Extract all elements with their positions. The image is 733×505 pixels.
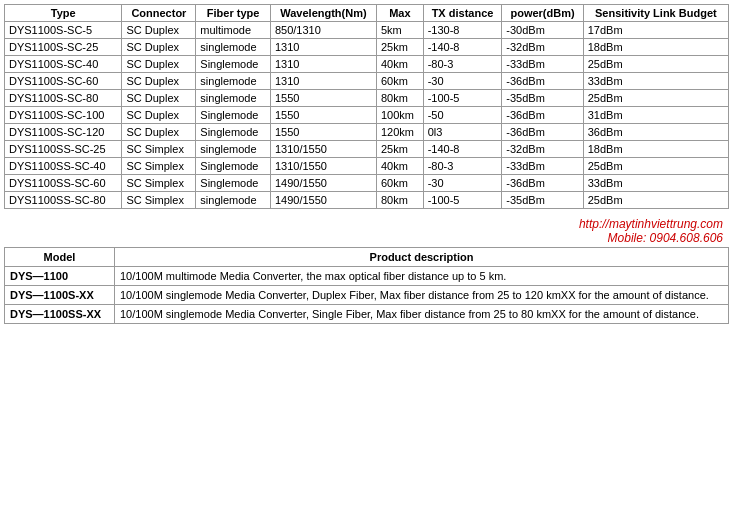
col-header-sensitivity: Sensitivity Link Budget [583,5,728,22]
table-cell: SC Simplex [122,175,196,192]
col-header-wavelength: Wavelength(Nm) [270,5,376,22]
website-url: http://maytinhviettrung.com [579,217,723,231]
table-cell: 33dBm [583,175,728,192]
table-cell: Singlemode [196,56,271,73]
desc-model-cell: DYS—1100S-XX [5,286,115,305]
table-cell: -50 [423,107,502,124]
table-cell: 0l3 [423,124,502,141]
table-cell: 17dBm [583,22,728,39]
table-row: DYS1100S-SC-40SC DuplexSinglemode131040k… [5,56,729,73]
table-cell: 40km [376,158,423,175]
table-cell: SC Simplex [122,158,196,175]
table-cell: 1310 [270,73,376,90]
table-cell: SC Duplex [122,39,196,56]
table-cell: 80km [376,192,423,209]
desc-text-cell: 10/100M singlemode Media Converter, Sing… [115,305,729,324]
table-cell: 1310/1550 [270,158,376,175]
table-row: DYS1100S-SC-25SC Duplexsinglemode131025k… [5,39,729,56]
desc-text-cell: 10/100M singlemode Media Converter, Dupl… [115,286,729,305]
table-cell: -35dBm [502,192,583,209]
table-row: DYS1100S-SC-120SC DuplexSinglemode155012… [5,124,729,141]
table-cell: 40km [376,56,423,73]
table-cell: -33dBm [502,56,583,73]
table-cell: -33dBm [502,158,583,175]
table-cell: singlemode [196,141,271,158]
table-cell: DYS1100SS-SC-25 [5,141,122,158]
table-cell: 1310/1550 [270,141,376,158]
table-cell: -130-8 [423,22,502,39]
table-cell: 1310 [270,56,376,73]
table-cell: 25dBm [583,90,728,107]
table-cell: DYS1100S-SC-25 [5,39,122,56]
table-cell: 25km [376,141,423,158]
table-cell: Singlemode [196,175,271,192]
table-cell: 25dBm [583,192,728,209]
table-cell: DYS1100S-SC-5 [5,22,122,39]
description-table: Model Product description DYS—110010/100… [4,247,729,324]
table-cell: -80-3 [423,158,502,175]
table-cell: -140-8 [423,141,502,158]
table-cell: DYS1100S-SC-120 [5,124,122,141]
table-cell: multimode [196,22,271,39]
table-row: DYS1100SS-SC-60SC SimplexSinglemode1490/… [5,175,729,192]
table-cell: -35dBm [502,90,583,107]
table-row: DYS1100S-SC-5SC Duplexmultimode850/13105… [5,22,729,39]
table-row: DYS1100SS-SC-25SC Simplexsinglemode1310/… [5,141,729,158]
mobile-number: Mobile: 0904.608.606 [608,231,723,245]
table-cell: SC Duplex [122,22,196,39]
table-cell: DYS1100S-SC-40 [5,56,122,73]
table-cell: singlemode [196,73,271,90]
table-cell: SC Simplex [122,192,196,209]
table-cell: Singlemode [196,107,271,124]
specs-table: Type Connector Fiber type Wavelength(Nm)… [4,4,729,209]
desc-col-description: Product description [115,248,729,267]
table-cell: -140-8 [423,39,502,56]
table-cell: 25dBm [583,56,728,73]
table-cell: 60km [376,175,423,192]
table-cell: -100-5 [423,90,502,107]
table-cell: 5km [376,22,423,39]
desc-model-cell: DYS—1100 [5,267,115,286]
table-cell: 100km [376,107,423,124]
table-cell: 1550 [270,90,376,107]
desc-model-cell: DYS—1100SS-XX [5,305,115,324]
table-cell: 120km [376,124,423,141]
table-cell: -36dBm [502,175,583,192]
desc-text-cell: 10/100M multimode Media Converter, the m… [115,267,729,286]
table-cell: -30 [423,175,502,192]
col-header-max: Max [376,5,423,22]
table-row: DYS1100S-SC-100SC DuplexSinglemode155010… [5,107,729,124]
table-row: DYS1100S-SC-60SC Duplexsinglemode131060k… [5,73,729,90]
table-cell: 1490/1550 [270,175,376,192]
table-cell: SC Simplex [122,141,196,158]
table-cell: -32dBm [502,141,583,158]
table-cell: -30 [423,73,502,90]
desc-row: DYS—1100SS-XX10/100M singlemode Media Co… [5,305,729,324]
table-cell: 25dBm [583,158,728,175]
table-cell: -36dBm [502,107,583,124]
table-cell: 36dBm [583,124,728,141]
table-cell: DYS1100SS-SC-60 [5,175,122,192]
table-cell: -36dBm [502,124,583,141]
table-cell: 18dBm [583,39,728,56]
table-cell: 60km [376,73,423,90]
table-cell: DYS1100S-SC-80 [5,90,122,107]
table-cell: SC Duplex [122,124,196,141]
table-cell: 80km [376,90,423,107]
col-header-fibertype: Fiber type [196,5,271,22]
table-cell: DYS1100S-SC-60 [5,73,122,90]
table-cell: singlemode [196,39,271,56]
col-header-txdistance: TX distance [423,5,502,22]
table-cell: -100-5 [423,192,502,209]
table-cell: -36dBm [502,73,583,90]
col-header-type: Type [5,5,122,22]
table-cell: 850/1310 [270,22,376,39]
desc-row: DYS—110010/100M multimode Media Converte… [5,267,729,286]
table-cell: 18dBm [583,141,728,158]
table-cell: Singlemode [196,158,271,175]
table-row: DYS1100S-SC-80SC Duplexsinglemode155080k… [5,90,729,107]
table-cell: 25km [376,39,423,56]
table-cell: singlemode [196,192,271,209]
table-row: DYS1100SS-SC-80SC Simplexsinglemode1490/… [5,192,729,209]
table-cell: -32dBm [502,39,583,56]
